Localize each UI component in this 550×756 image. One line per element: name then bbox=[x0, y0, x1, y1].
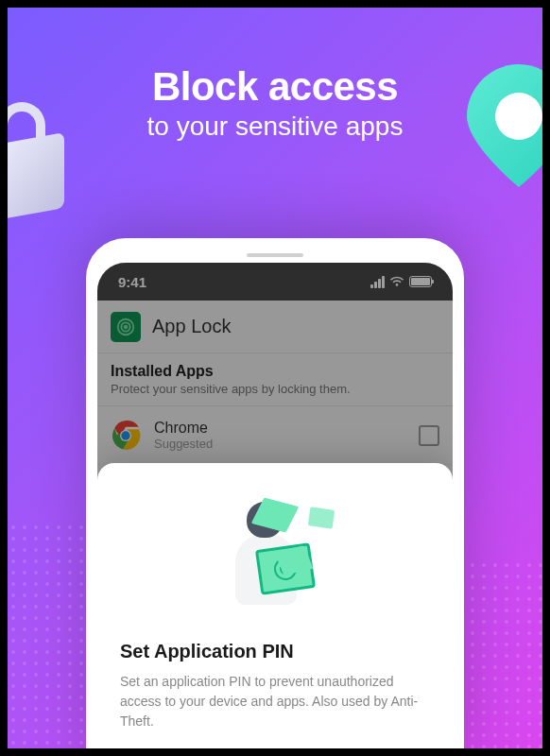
signal-icon bbox=[370, 276, 385, 288]
pin-illustration bbox=[120, 490, 430, 622]
pin-modal: Set Application PIN Set an application P… bbox=[97, 463, 453, 748]
battery-icon bbox=[409, 276, 432, 287]
headline-subtitle: to your sensitive apps bbox=[8, 112, 542, 142]
app-checkbox[interactable] bbox=[419, 425, 439, 446]
phone-mockup: 9:41 App Lock Installed Apps Protect you… bbox=[86, 238, 464, 748]
app-tag: Suggested bbox=[154, 437, 405, 451]
modal-title: Set Application PIN bbox=[120, 641, 430, 662]
section-title: Installed Apps bbox=[111, 363, 439, 380]
status-time: 9:41 bbox=[118, 274, 146, 290]
app-title: App Lock bbox=[152, 316, 231, 337]
app-header: App Lock bbox=[97, 301, 453, 353]
app-lock-icon bbox=[111, 312, 141, 342]
status-bar: 9:41 bbox=[97, 263, 453, 301]
wifi-icon bbox=[389, 276, 404, 287]
modal-body: Set an application PIN to prevent unauth… bbox=[120, 672, 430, 731]
lock-icon bbox=[8, 93, 83, 215]
section-header: Installed Apps Protect your sensitive ap… bbox=[97, 353, 453, 406]
svg-point-2 bbox=[125, 325, 128, 328]
svg-point-5 bbox=[121, 431, 129, 439]
headline-title: Block access bbox=[8, 64, 542, 110]
app-name: Chrome bbox=[154, 420, 405, 437]
app-row-chrome[interactable]: Chrome Suggested bbox=[97, 406, 453, 465]
chrome-icon bbox=[111, 421, 141, 451]
map-pin-icon bbox=[467, 64, 542, 215]
section-subtitle: Protect your sensitive apps by locking t… bbox=[111, 382, 439, 396]
